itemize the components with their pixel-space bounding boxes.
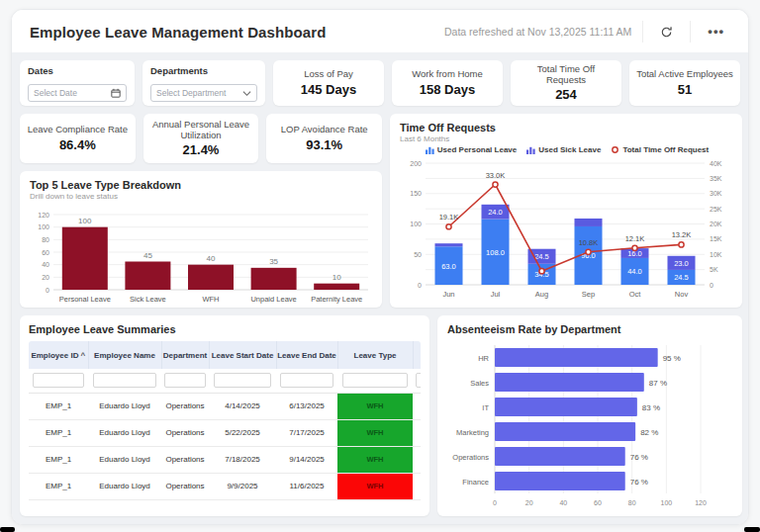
- divider: [642, 21, 643, 43]
- svg-text:20K: 20K: [710, 221, 722, 227]
- divider: [690, 21, 691, 43]
- line-point-sep[interactable]: [586, 249, 591, 254]
- table-cell-overflow: [413, 446, 421, 473]
- table-row[interactable]: EMP_1Eduardo LloydOperations7/18/20259/1…: [29, 446, 421, 473]
- legend-label: Total Time Off Request: [622, 145, 709, 154]
- dashboard-content: Dates Departments Select Department Loss…: [12, 52, 748, 524]
- kpi-work-from-home: Work from Home 158 Days: [392, 60, 503, 106]
- svg-text:87 %: 87 %: [649, 379, 667, 388]
- table-cell-overflow: [413, 419, 421, 446]
- svg-text:83 %: 83 %: [642, 403, 660, 412]
- table-cell: EMP_1: [29, 393, 88, 419]
- time-off-requests-chart[interactable]: 05K10K15K20K25K30K35K40K05010015020063.0…: [400, 155, 734, 300]
- table-header-row: Employee ID^Employee NameDepartmentLeave…: [29, 341, 421, 369]
- line-point-jul[interactable]: [493, 182, 498, 187]
- filter-input-leave-start-date[interactable]: [214, 373, 271, 388]
- column-header-employee-id[interactable]: Employee ID^: [29, 341, 88, 369]
- table-row[interactable]: EMP_1Eduardo LloydOperations5/22/20257/1…: [29, 419, 421, 446]
- svg-text:108.0: 108.0: [486, 248, 505, 257]
- departments-filter-card: Departments Select Department: [142, 60, 265, 106]
- table-cell: Eduardo Lloyd: [88, 473, 161, 499]
- bar-personal-leave[interactable]: [62, 227, 108, 290]
- table-row[interactable]: EMP_1Eduardo LloydOperations4/14/20256/1…: [29, 393, 421, 419]
- line-point-aug[interactable]: [539, 269, 544, 274]
- svg-text:35: 35: [269, 257, 278, 266]
- department-select[interactable]: Select Department: [150, 84, 257, 102]
- table-scroll-area[interactable]: Employee ID^Employee NameDepartmentLeave…: [29, 341, 421, 508]
- legend-used-personal-leave[interactable]: Used Personal Leave: [426, 145, 517, 154]
- chart-title: Absenteeism Rate by Department: [447, 323, 736, 335]
- line-point-oct[interactable]: [632, 245, 637, 250]
- kpi-label: LOP Avoidance Rate: [281, 125, 368, 135]
- bar-operations[interactable]: [495, 447, 625, 466]
- kpi-total-time-off-requests: Total Time Off Requests 254: [511, 60, 621, 106]
- filter-input-overflow[interactable]: [416, 373, 421, 388]
- refresh-button[interactable]: [654, 24, 679, 41]
- employee-leave-summaries-card: Employee Leave Summaries Employee ID^Emp…: [20, 315, 429, 516]
- svg-text:Personal Leave: Personal Leave: [59, 295, 111, 304]
- screen-edge-left: [0, 527, 15, 532]
- bar-hr[interactable]: [495, 348, 658, 367]
- svg-text:35K: 35K: [710, 175, 722, 182]
- bar-marketing[interactable]: [495, 422, 635, 441]
- svg-text:0: 0: [418, 282, 422, 289]
- svg-text:30K: 30K: [710, 190, 722, 197]
- svg-text:24.5: 24.5: [534, 252, 549, 261]
- absenteeism-chart[interactable]: 020406080100120HR95 %Sales87 %IT83 %Mark…: [447, 339, 736, 511]
- svg-text:WFH: WFH: [202, 295, 219, 304]
- date-input[interactable]: [34, 88, 107, 98]
- bar-sick-sep[interactable]: [575, 219, 603, 226]
- svg-text:0: 0: [710, 282, 713, 289]
- filter-input-employee-name[interactable]: [93, 373, 156, 388]
- leave-type-breakdown-card: Top 5 Leave Type Breakdown Drill down to…: [20, 171, 382, 308]
- svg-text:Nov: Nov: [675, 290, 689, 299]
- svg-text:Jul: Jul: [491, 290, 501, 299]
- svg-text:Finance: Finance: [462, 478, 489, 487]
- departments-filter-label: Departments: [150, 65, 257, 76]
- bar-finance[interactable]: [495, 472, 625, 490]
- column-header-employee-name[interactable]: Employee Name: [88, 341, 161, 369]
- table-row[interactable]: EMP_1Eduardo LloydOperations9/9/202511/6…: [29, 473, 421, 499]
- column-header-leave-type[interactable]: Leave Type: [337, 341, 413, 369]
- bar-sick-leave[interactable]: [125, 262, 170, 291]
- bar-unpaid-leave[interactable]: [251, 268, 297, 290]
- bar-wfh[interactable]: [188, 265, 234, 290]
- leave-type-cell: WFH: [337, 473, 413, 499]
- bar-sick-jun[interactable]: [435, 243, 463, 246]
- table-cell: Eduardo Lloyd: [88, 419, 161, 446]
- svg-text:Jun: Jun: [442, 290, 454, 299]
- filter-input-leave-type[interactable]: [342, 373, 407, 388]
- svg-text:Sep: Sep: [582, 290, 595, 299]
- filter-input-leave-end-date[interactable]: [280, 373, 332, 388]
- more-options-button[interactable]: •••: [702, 25, 730, 39]
- filter-cell: [276, 369, 337, 393]
- column-header-leave-end-date[interactable]: Leave End Date: [276, 341, 337, 369]
- filter-input-employee-id[interactable]: [33, 373, 84, 388]
- svg-text:50: 50: [414, 251, 422, 258]
- column-header-department[interactable]: Department: [161, 341, 209, 369]
- table-cell: 9/14/2025: [276, 446, 337, 473]
- svg-text:24.0: 24.0: [488, 208, 503, 217]
- svg-text:200: 200: [410, 160, 422, 167]
- column-header-leave-start-date[interactable]: Leave Start Date: [209, 341, 276, 369]
- bar-sales[interactable]: [495, 373, 644, 392]
- refresh-icon: [660, 26, 673, 39]
- leave-type-breakdown-chart[interactable]: 020406080100120100Personal Leave45Sick L…: [30, 203, 374, 304]
- bar-it[interactable]: [495, 398, 637, 416]
- legend-total-time-off-request[interactable]: Total Time Off Request: [611, 145, 709, 154]
- chart-title: Time Off Requests: [400, 122, 734, 133]
- svg-text:0: 0: [46, 287, 49, 294]
- svg-text:Operations: Operations: [452, 453, 489, 462]
- line-point-jun[interactable]: [446, 224, 451, 229]
- legend-used-sick-leave[interactable]: Used Sick Leave: [526, 145, 601, 154]
- bar-paternity-leave[interactable]: [314, 284, 359, 290]
- kpi-label: Annual Personal Leave Utilization: [149, 120, 253, 141]
- line-point-nov[interactable]: [679, 242, 684, 247]
- svg-text:10K: 10K: [710, 251, 722, 258]
- leave-type-badge: WFH: [337, 420, 413, 446]
- kpi-label: Leave Compliance Rate: [28, 125, 128, 135]
- filter-input-department[interactable]: [164, 373, 205, 388]
- kpi-loss-of-pay: Loss of Pay 145 Days: [273, 60, 384, 106]
- date-picker[interactable]: [28, 84, 127, 102]
- svg-text:Unpaid Leave: Unpaid Leave: [250, 295, 296, 304]
